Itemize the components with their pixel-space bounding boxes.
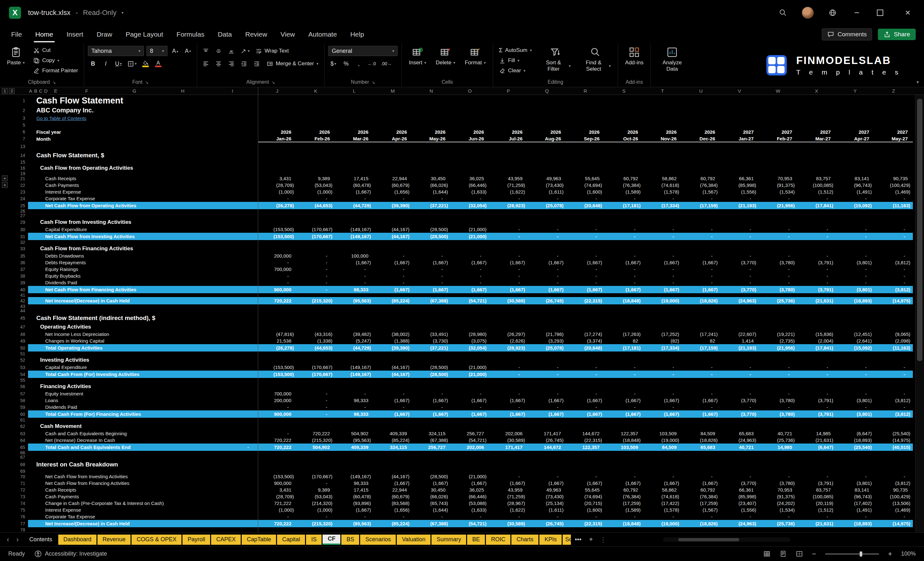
cell[interactable]: (18,826)	[682, 520, 720, 527]
cell[interactable]: (28,967)	[489, 500, 528, 507]
cell[interactable]: (149,167)	[335, 233, 374, 240]
cell[interactable]: (44,729)	[335, 344, 374, 351]
cell[interactable]: (44,653)	[296, 344, 335, 351]
sheet-tab-cogs-opex[interactable]: COGS & OPEX	[132, 535, 182, 545]
cell[interactable]: -	[335, 279, 374, 286]
cell[interactable]: (25,736)	[759, 520, 797, 527]
cell[interactable]: (1,644)	[412, 507, 450, 513]
search-icon[interactable]	[779, 9, 787, 17]
dialog-launcher-icon[interactable]: ↘	[52, 80, 56, 85]
cell[interactable]: 3,431	[258, 175, 296, 182]
cell[interactable]: (20,648)	[566, 344, 604, 351]
cell[interactable]: -	[566, 390, 604, 397]
cell[interactable]: -	[248, 444, 258, 450]
cell[interactable]: (1,667)	[489, 397, 528, 404]
row-number[interactable]: 2	[16, 106, 28, 114]
horizontal-scrollbar[interactable]	[663, 537, 790, 542]
cell[interactable]: (1,667)	[374, 259, 412, 266]
cell[interactable]: 60,792	[604, 486, 643, 493]
cell[interactable]: (26,278)	[258, 344, 296, 351]
cell[interactable]: (15,092)	[836, 202, 874, 209]
cell[interactable]: -	[759, 195, 797, 202]
sheet-tab-is[interactable]: IS	[306, 535, 322, 545]
cell[interactable]: (1,388)	[374, 338, 412, 344]
cell[interactable]: (1,667)	[643, 259, 682, 266]
cell[interactable]: (66,446)	[450, 493, 489, 500]
cell[interactable]: (26,278)	[258, 202, 296, 209]
cell[interactable]: -	[720, 266, 759, 273]
shrink-font-button[interactable]: A▾	[183, 46, 193, 56]
cell[interactable]: -	[412, 273, 450, 279]
cell[interactable]: -	[566, 473, 604, 480]
cell[interactable]: (21,956)	[759, 202, 797, 209]
cell[interactable]: (18,893)	[836, 520, 874, 527]
cell[interactable]: 17,415	[335, 486, 374, 493]
cell[interactable]: (2,626)	[489, 338, 528, 344]
cell[interactable]: 100,000	[335, 252, 374, 259]
cell[interactable]: -	[836, 226, 874, 233]
cell[interactable]: -	[643, 513, 682, 520]
cell[interactable]: (11,163)	[874, 202, 913, 209]
cell[interactable]: (15,092)	[836, 344, 874, 351]
cell[interactable]: -	[489, 273, 528, 279]
cell[interactable]: (3,791)	[797, 410, 836, 418]
cell[interactable]: (30,589)	[489, 520, 528, 527]
cell[interactable]: (1,611)	[528, 507, 566, 513]
cell[interactable]: -	[450, 266, 489, 273]
decrease-indent-button[interactable]	[239, 58, 249, 69]
cell[interactable]: (21,956)	[759, 344, 797, 351]
cell[interactable]: 60,792	[682, 175, 720, 182]
cell[interactable]: (1,667)	[566, 259, 604, 266]
cell[interactable]: -	[720, 370, 759, 378]
row-number[interactable]: 35	[16, 252, 28, 259]
cell[interactable]: -	[720, 279, 759, 286]
cell[interactable]: (1,469)	[874, 189, 913, 195]
cell[interactable]: -	[643, 279, 682, 286]
cell[interactable]: -	[836, 404, 874, 410]
cell[interactable]: (67,388)	[412, 520, 450, 527]
sheet-tab-so[interactable]: So	[562, 535, 571, 545]
cell[interactable]: (17,841)	[797, 202, 836, 209]
cell[interactable]: (153,500)	[258, 226, 296, 233]
zoom-level[interactable]: 100%	[901, 550, 916, 557]
cell[interactable]: 720,222	[296, 430, 335, 437]
cell[interactable]: 409,339	[335, 444, 374, 451]
zoom-slider-thumb[interactable]	[860, 552, 862, 556]
cell[interactable]: -	[296, 404, 335, 410]
cell[interactable]: -	[836, 273, 874, 279]
cell[interactable]: (18,826)	[682, 437, 720, 444]
cell[interactable]: -	[836, 233, 874, 240]
cell[interactable]: -	[296, 252, 335, 259]
cell[interactable]: (170,667)	[296, 473, 335, 480]
cell[interactable]: Oct-26	[604, 135, 643, 142]
cell[interactable]: (22,315)	[566, 297, 604, 304]
sheet-tab-be[interactable]: BE	[467, 535, 485, 545]
row-number[interactable]: 14	[16, 151, 28, 160]
cell[interactable]: (25,078)	[528, 202, 566, 209]
cell[interactable]: (17,263)	[604, 331, 643, 338]
column-header-E[interactable]: E	[48, 88, 63, 94]
cell[interactable]: 700,000	[258, 266, 296, 273]
cell[interactable]: (1,567)	[682, 189, 720, 195]
cell[interactable]: (1,644)	[412, 189, 450, 195]
cell[interactable]: 103,509	[604, 444, 643, 451]
cell[interactable]: (82)	[643, 338, 682, 344]
cell[interactable]: -	[643, 233, 682, 240]
cell[interactable]: (76,384)	[604, 182, 643, 189]
cell[interactable]: 17,415	[335, 175, 374, 182]
cell[interactable]: (1,567)	[682, 507, 720, 513]
cell[interactable]: (1,667)	[450, 410, 489, 418]
cell[interactable]: -	[682, 279, 720, 286]
cell[interactable]: -	[720, 252, 759, 259]
cell[interactable]: 30,450	[412, 486, 450, 493]
cell[interactable]: (2,098)	[874, 338, 913, 344]
cell[interactable]: (17,241)	[682, 331, 720, 338]
cell[interactable]: (54,721)	[450, 520, 489, 527]
cell[interactable]: (5,247)	[335, 338, 374, 344]
cell[interactable]: 98,333	[335, 397, 374, 404]
cell[interactable]: (1,667)	[643, 286, 682, 293]
cell[interactable]: (1,667)	[566, 286, 604, 293]
cell[interactable]: 55,645	[566, 175, 604, 182]
row-number[interactable]: 39	[16, 279, 28, 286]
cell[interactable]: -	[604, 273, 643, 279]
